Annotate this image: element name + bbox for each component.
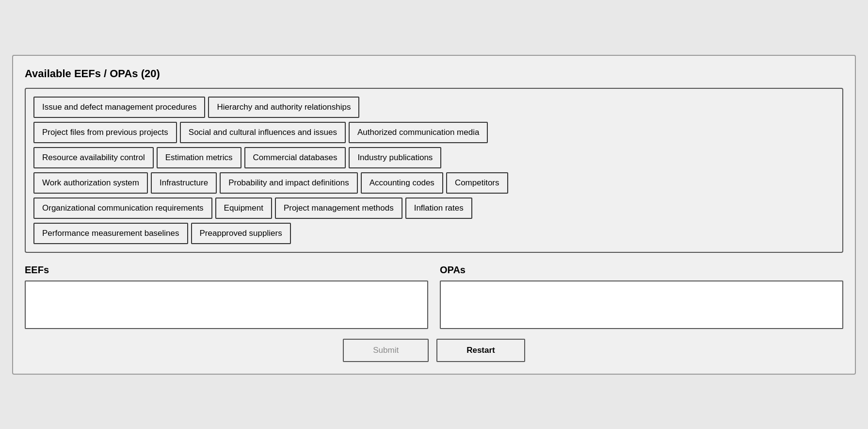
eefs-drop-area: EEFs <box>25 264 428 329</box>
item-tag-0-0[interactable]: Issue and defect management procedures <box>33 97 205 118</box>
item-tag-0-1[interactable]: Hierarchy and authority relationships <box>208 97 359 118</box>
pool-row-4: Organizational communication requirement… <box>33 198 835 219</box>
section-title: Available EEFs / OPAs (20) <box>25 67 843 80</box>
opas-label: OPAs <box>440 264 843 276</box>
button-row: Submit Restart <box>25 339 843 362</box>
pool-row-0: Issue and defect management proceduresHi… <box>33 97 835 118</box>
item-tag-4-2[interactable]: Project management methods <box>275 198 402 219</box>
item-tag-4-3[interactable]: Inflation rates <box>405 198 472 219</box>
item-tag-1-1[interactable]: Social and cultural influences and issue… <box>180 122 346 143</box>
pool-row-2: Resource availability controlEstimation … <box>33 147 835 168</box>
eefs-label: EEFs <box>25 264 428 276</box>
submit-button[interactable]: Submit <box>343 339 429 362</box>
item-tag-4-0[interactable]: Organizational communication requirement… <box>33 198 212 219</box>
pool-row-1: Project files from previous projectsSoci… <box>33 122 835 143</box>
bottom-section: EEFs OPAs <box>25 264 843 329</box>
item-tag-3-2[interactable]: Probability and impact definitions <box>220 172 358 194</box>
restart-button[interactable]: Restart <box>436 339 525 362</box>
item-tag-3-3[interactable]: Accounting codes <box>361 172 443 194</box>
item-tag-3-0[interactable]: Work authorization system <box>33 172 148 194</box>
item-tag-2-0[interactable]: Resource availability control <box>33 147 154 168</box>
item-tag-2-3[interactable]: Industry publications <box>349 147 441 168</box>
item-tag-5-0[interactable]: Performance measurement baselines <box>33 223 188 244</box>
opas-drop-area: OPAs <box>440 264 843 329</box>
item-tag-4-1[interactable]: Equipment <box>215 198 272 219</box>
eefs-drop-box[interactable] <box>25 280 428 329</box>
available-pool: Issue and defect management proceduresHi… <box>25 88 843 253</box>
item-tag-3-1[interactable]: Infrastructure <box>151 172 217 194</box>
item-tag-2-2[interactable]: Commercial databases <box>244 147 346 168</box>
pool-row-3: Work authorization systemInfrastructureP… <box>33 172 835 194</box>
item-tag-1-0[interactable]: Project files from previous projects <box>33 122 177 143</box>
main-container: Available EEFs / OPAs (20) Issue and def… <box>12 55 856 375</box>
pool-row-5: Performance measurement baselinesPreappr… <box>33 223 835 244</box>
item-tag-2-1[interactable]: Estimation metrics <box>157 147 241 168</box>
item-tag-1-2[interactable]: Authorized communication media <box>349 122 488 143</box>
item-tag-5-1[interactable]: Preapproved suppliers <box>191 223 291 244</box>
item-tag-3-4[interactable]: Competitors <box>446 172 508 194</box>
opas-drop-box[interactable] <box>440 280 843 329</box>
